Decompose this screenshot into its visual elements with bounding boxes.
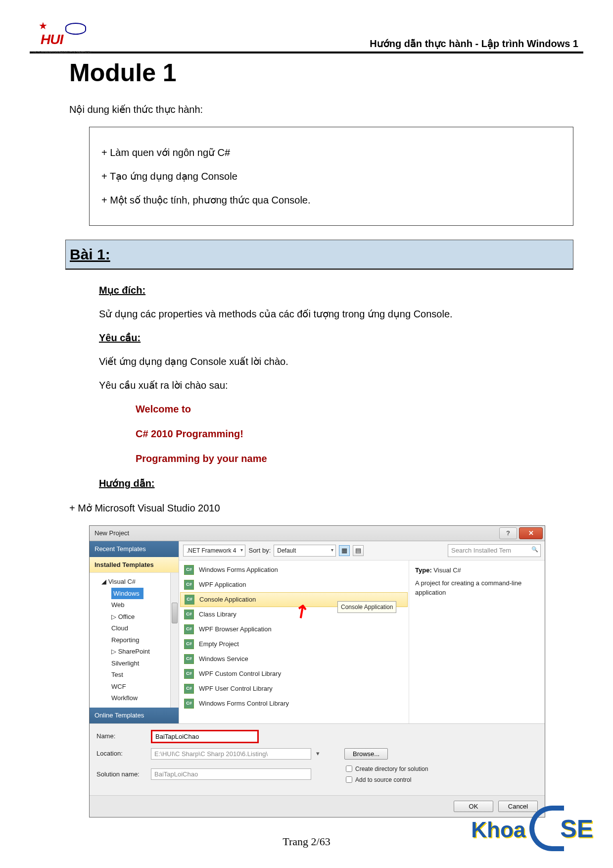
welcome-line-2: C# 2010 Programming! — [136, 426, 573, 441]
dialog-title: New Project — [94, 528, 129, 538]
tree-other-languages[interactable]: ▷ Other Languages — [92, 704, 177, 708]
item-winsvc[interactable]: C#Windows Service — [179, 652, 409, 666]
templates-tree: ◢ Visual C# Windows Web ▷ Office Cloud R… — [90, 573, 179, 708]
requirement-text-1: Viết ứng dụng dạng Console xuất lời chào… — [99, 354, 573, 369]
item-empty[interactable]: C#Empty Project — [179, 637, 409, 652]
search-input[interactable]: Search Installed Tem — [448, 544, 541, 557]
framework-dropdown[interactable]: .NET Framework 4 — [183, 545, 245, 557]
intro-text: Nội dung kiến thức thực hành: — [69, 102, 573, 117]
name-label: Name: — [96, 731, 146, 741]
requirement-heading: Yêu cầu: — [99, 330, 573, 345]
csharp-icon: C# — [184, 624, 194, 634]
name-input[interactable] — [151, 730, 259, 743]
dialog-toolbar: .NET Framework 4 Sort by: Default ▦ ▤ Se… — [179, 541, 545, 561]
tree-cloud[interactable]: Cloud — [92, 622, 177, 634]
item-wpfuc[interactable]: C#WPF User Control Library — [179, 681, 409, 696]
tree-web[interactable]: Web — [92, 599, 177, 611]
item-wfcl[interactable]: C#Windows Forms Control Library — [179, 696, 409, 711]
module-title: Module 1 — [69, 58, 583, 87]
tree-test[interactable]: Test — [92, 669, 177, 681]
type-label: Type: — [415, 566, 432, 574]
csharp-icon: C# — [184, 565, 194, 575]
csharp-icon: C# — [184, 669, 194, 679]
type-value: Visual C# — [433, 566, 461, 574]
source-control-checkbox[interactable]: Add to source control — [346, 775, 428, 784]
csharp-icon: C# — [184, 610, 194, 619]
csharp-icon: C# — [184, 699, 194, 709]
csharp-icon: C# — [184, 654, 194, 664]
dialog-titlebar[interactable]: New Project ? ✕ — [90, 526, 545, 541]
item-wpf[interactable]: C#WPF Application — [179, 577, 409, 592]
tree-reporting[interactable]: Reporting — [92, 634, 177, 646]
lesson-title: Bài 1: — [70, 246, 110, 262]
csharp-icon: C# — [185, 595, 194, 605]
box-line-1: + Làm quen với ngôn ngữ C# — [101, 145, 561, 160]
sortby-dropdown[interactable]: Default — [274, 545, 336, 557]
template-description: Type: Visual C# A project for creating a… — [409, 561, 545, 723]
header-title: Hướng dẫn thực hành - Lập trình Windows … — [370, 38, 578, 50]
templates-sidebar: Recent Templates Installed Templates ◢ V… — [90, 541, 179, 723]
welcome-line-3: Programming by your name — [136, 451, 573, 466]
browse-button[interactable]: Browse... — [344, 748, 388, 760]
create-dir-checkbox[interactable]: Create directory for solution — [346, 765, 428, 773]
online-templates-header[interactable]: Online Templates — [90, 708, 179, 723]
tree-workflow[interactable]: Workflow — [92, 692, 177, 704]
dialog-bottom: Name: Location: ▾ Browse... Solution nam… — [90, 723, 545, 795]
recent-templates-header[interactable]: Recent Templates — [90, 541, 179, 557]
tree-scrollbar[interactable] — [170, 573, 179, 708]
page-header: ★ HUI HO CHI MINH UNIVERSITY OF INDUSTRY… — [30, 20, 583, 53]
item-wpfcc[interactable]: C#WPF Custom Control Library — [179, 666, 409, 681]
tree-visual-csharp[interactable]: ◢ Visual C# — [92, 576, 177, 588]
template-list: C#Windows Forms Application C#WPF Applic… — [179, 561, 409, 723]
lesson-header: Bài 1: — [65, 240, 573, 270]
logo: ★ HUI HO CHI MINH UNIVERSITY OF INDUSTRY — [30, 20, 99, 50]
open-vs-text: + Mở Microsoft Visual Studio 2010 — [69, 501, 573, 515]
location-input[interactable] — [151, 748, 311, 760]
purpose-text: Sử dụng các properties và methods của cá… — [99, 306, 573, 321]
content-box: + Làm quen với ngôn ngữ C# + Tạo ứng dụn… — [89, 127, 573, 226]
csharp-icon: C# — [184, 684, 194, 694]
view-medium-icon[interactable]: ▤ — [353, 545, 364, 556]
welcome-line-1: Welcome to — [136, 402, 573, 416]
purpose-heading: Mục đích: — [99, 283, 573, 298]
help-button[interactable]: ? — [499, 527, 517, 539]
tree-office[interactable]: ▷ Office — [92, 611, 177, 623]
item-wfa[interactable]: C#Windows Forms Application — [179, 562, 409, 577]
solution-name-input[interactable] — [151, 768, 311, 780]
solution-name-label: Solution name: — [96, 769, 146, 779]
csharp-icon: C# — [184, 639, 194, 649]
sortby-label: Sort by: — [248, 546, 271, 556]
tree-wcf[interactable]: WCF — [92, 681, 177, 693]
box-line-3: + Một số thuộc tính, phương thức qua Con… — [101, 193, 561, 207]
logo-subtitle: HO CHI MINH UNIVERSITY OF INDUSTRY — [34, 51, 92, 53]
tree-silverlight[interactable]: Silverlight — [92, 658, 177, 669]
guide-heading: Hướng dẫn: — [99, 476, 573, 491]
console-tooltip: Console Application — [337, 601, 396, 613]
csharp-icon: C# — [184, 580, 194, 590]
new-project-dialog: New Project ? ✕ Recent Templates Install… — [89, 525, 545, 817]
logo-text: HUI — [41, 32, 63, 48]
tree-sharepoint[interactable]: ▷ SharePoint — [92, 646, 177, 658]
location-label: Location: — [96, 749, 146, 759]
close-button[interactable]: ✕ — [519, 527, 543, 539]
khoa-cse-logo: KhoaSE — [471, 809, 593, 854]
box-line-2: + Tạo ứng dụng dạng Console — [101, 169, 561, 184]
requirement-text-2: Yêu cầu xuất ra lời chào sau: — [99, 378, 573, 393]
installed-templates-header[interactable]: Installed Templates — [90, 557, 179, 573]
tree-windows[interactable]: Windows — [111, 588, 143, 600]
view-small-icon[interactable]: ▦ — [339, 545, 350, 556]
item-wpfbrowser[interactable]: C#WPF Browser Application — [179, 622, 409, 637]
description-text: A project for creating a command-line ap… — [415, 578, 539, 598]
